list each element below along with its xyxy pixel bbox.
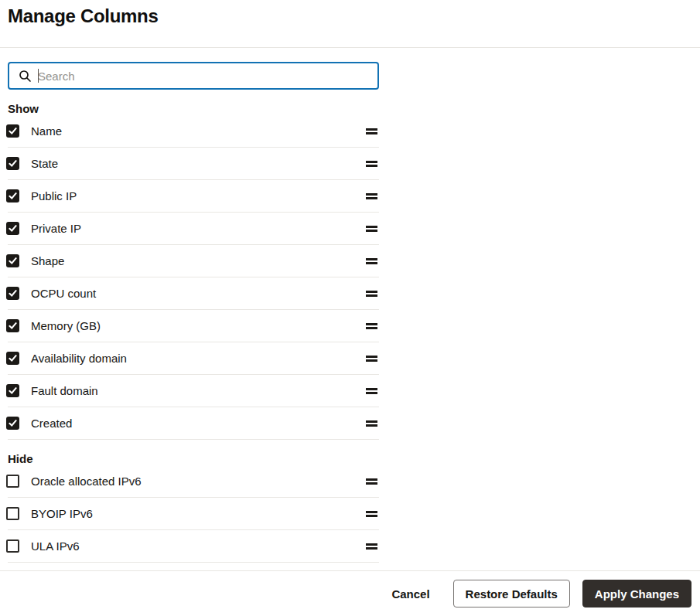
checkbox-checked[interactable] — [6, 189, 19, 202]
dialog-content: ShowNameStatePublic IPPrivate IPShapeOCP… — [0, 62, 700, 563]
drag-handle-icon[interactable] — [366, 388, 377, 394]
cancel-button[interactable]: Cancel — [388, 580, 432, 607]
column-row: BYOIP IPv6 — [8, 498, 379, 530]
drag-handle-icon[interactable] — [366, 226, 377, 232]
drag-handle-icon[interactable] — [366, 193, 377, 199]
section-heading-hide: Hide — [8, 452, 700, 465]
checkbox-checked[interactable] — [6, 287, 19, 300]
column-row: State — [8, 148, 379, 180]
checkbox-checked[interactable] — [6, 124, 19, 138]
search-input[interactable] — [38, 63, 377, 88]
column-label: Fault domain — [31, 384, 366, 397]
column-row: OCPU count — [8, 277, 379, 310]
drag-handle-icon[interactable] — [366, 420, 377, 427]
column-label: Oracle allocated IPv6 — [31, 475, 366, 488]
search-icon — [19, 70, 32, 83]
column-label: OCPU count — [31, 287, 366, 300]
column-label: ULA IPv6 — [31, 539, 366, 553]
checkmark-icon — [9, 127, 17, 135]
text-cursor — [38, 69, 39, 83]
column-row: Public IP — [8, 180, 379, 213]
search-box[interactable] — [8, 62, 379, 90]
checkmark-icon — [9, 322, 17, 330]
column-label: Memory (GB) — [31, 319, 366, 332]
checkmark-icon — [9, 192, 17, 200]
checkbox-checked[interactable] — [6, 384, 19, 397]
column-row: Oracle allocated IPv6 — [8, 465, 379, 498]
checkmark-icon — [9, 159, 17, 168]
column-row: Memory (GB) — [8, 310, 379, 342]
manage-columns-dialog: Manage Columns ShowNameStatePublic IPPri… — [0, 0, 700, 563]
checkbox-unchecked[interactable] — [6, 507, 19, 520]
drag-handle-icon[interactable] — [366, 258, 377, 264]
page-title: Manage Columns — [0, 0, 700, 27]
drag-handle-icon[interactable] — [366, 291, 377, 297]
checkmark-icon — [9, 257, 17, 265]
column-label: Private IP — [31, 222, 366, 235]
checkbox-checked[interactable] — [6, 417, 19, 430]
column-row: Name — [8, 115, 379, 148]
column-label: Availability domain — [31, 352, 366, 365]
apply-changes-button[interactable]: Apply Changes — [582, 580, 691, 607]
checkbox-unchecked[interactable] — [6, 475, 19, 488]
column-row: Created — [8, 407, 379, 440]
checkmark-icon — [9, 224, 17, 233]
column-label: BYOIP IPv6 — [31, 507, 366, 520]
column-row: Availability domain — [8, 342, 379, 375]
checkbox-checked[interactable] — [6, 254, 19, 267]
column-row: Fault domain — [8, 375, 379, 407]
checkbox-unchecked[interactable] — [6, 539, 19, 553]
checkbox-checked[interactable] — [6, 222, 19, 235]
column-label: Public IP — [31, 189, 366, 202]
drag-handle-icon[interactable] — [366, 323, 377, 329]
checkbox-checked[interactable] — [6, 352, 19, 365]
checkmark-icon — [9, 289, 17, 298]
drag-handle-icon[interactable] — [366, 543, 377, 550]
section-heading-show: Show — [8, 102, 700, 115]
checkmark-icon — [9, 386, 17, 395]
dialog-footer: Cancel Restore Defaults Apply Changes — [0, 570, 700, 616]
drag-handle-icon[interactable] — [366, 511, 377, 517]
drag-handle-icon[interactable] — [366, 478, 377, 485]
drag-handle-icon[interactable] — [366, 161, 377, 167]
column-label: Name — [31, 124, 366, 138]
column-sections: ShowNameStatePublic IPPrivate IPShapeOCP… — [8, 102, 700, 563]
column-row: Shape — [8, 245, 379, 277]
column-row: ULA IPv6 — [8, 530, 379, 563]
drag-handle-icon[interactable] — [366, 356, 377, 362]
checkbox-checked[interactable] — [6, 157, 19, 170]
dialog-header: Manage Columns — [0, 0, 700, 48]
column-label: State — [31, 157, 366, 170]
drag-handle-icon[interactable] — [366, 128, 377, 134]
checkmark-icon — [9, 354, 17, 362]
column-row: Private IP — [8, 213, 379, 245]
column-label: Shape — [31, 254, 366, 267]
column-label: Created — [31, 417, 366, 430]
checkbox-checked[interactable] — [6, 319, 19, 332]
checkmark-icon — [9, 419, 17, 427]
restore-defaults-button[interactable]: Restore Defaults — [453, 580, 570, 607]
